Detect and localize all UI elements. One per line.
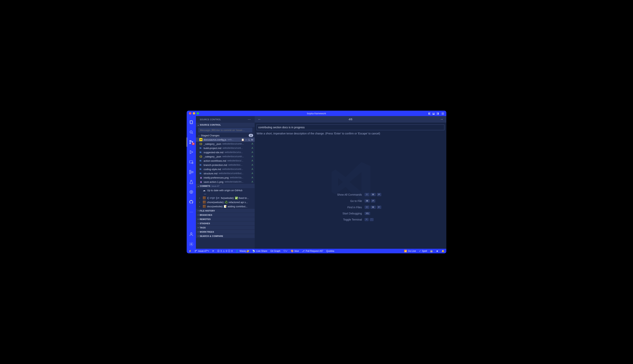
file-path: web... [228, 138, 234, 141]
key: ⇧ [364, 193, 369, 196]
section-file-history[interactable]: ›FILE HISTORY [196, 208, 255, 213]
shortcut-row: Start DebuggingF5 [320, 212, 381, 215]
source-control-section-header[interactable]: ⌄ SOURCE CONTROL [196, 123, 255, 127]
section-label: TAGS [200, 226, 206, 229]
svg-rect-8 [189, 170, 191, 172]
section-branches[interactable]: ›BRANCHES [196, 213, 255, 217]
settings-icon[interactable] [187, 240, 196, 249]
file-row[interactable]: M↓action-workflows.mdwebsite/docs/...A [196, 158, 255, 163]
commits-label: COMMITS [200, 185, 210, 187]
commit-row[interactable]: ›❰ origin ❱➤fix(website): ✅ fixed br... [196, 196, 255, 200]
file-row[interactable]: JSdocusaurus.config.jsweb...📋—1, M [196, 138, 255, 142]
section-remotes[interactable]: ›REMOTES [196, 217, 255, 221]
section-worktrees[interactable]: ›WORKTREES [196, 230, 255, 234]
svg-point-14 [191, 244, 192, 245]
test-icon[interactable] [187, 178, 196, 186]
key: ^ [364, 218, 368, 221]
branch-status[interactable]: issue-47*+ [194, 250, 209, 252]
file-row[interactable]: M↓structure.mdwebsite/docs/contribut...A [196, 171, 255, 176]
commit-row[interactable]: ›chore(website): ♻️ refactored api s... [196, 200, 255, 204]
avatar [203, 200, 206, 204]
spell-status[interactable]: ✓Spell [419, 250, 427, 252]
account-icon[interactable] [187, 230, 196, 239]
explorer-icon[interactable] [187, 118, 196, 127]
sidebar: SOURCE CONTROL ⋯ ⌄ SOURCE CONTROL ⌄ Stag… [196, 116, 255, 249]
gitlens-icon[interactable] [187, 187, 196, 196]
section-tags[interactable]: ›TAGS [196, 225, 255, 230]
window-title: boyka-framework [307, 112, 326, 115]
key-group: F5 [364, 212, 370, 215]
commits-section-header[interactable]: ⌄ COMMITS issue-47 [196, 184, 255, 188]
search-icon[interactable] [187, 128, 196, 137]
file-row[interactable]: M↓coding-style.mdwebsite/docs/contr...A [196, 167, 255, 171]
feedback-icon[interactable]: ☻ [436, 250, 439, 252]
copilot-icon[interactable]: 🤖 [430, 250, 433, 252]
remote-indicator[interactable]: ⚡ [188, 250, 191, 252]
nav-forward-button[interactable]: → [440, 117, 444, 122]
file-icon: M↓ [199, 164, 202, 166]
quokka-status[interactable]: Quokka [326, 250, 334, 252]
pr-status[interactable]: ⎇Pull Request #67 [302, 250, 323, 252]
clipboard-icon[interactable]: 📋 [241, 138, 244, 141]
security-status[interactable]: 🛡✓ [284, 250, 288, 252]
commit-input-area [255, 122, 446, 130]
remote-explorer-icon[interactable] [187, 158, 196, 167]
panel-bottom-icon[interactable]: ⬓ [432, 112, 435, 115]
chevron-right-icon: › [198, 222, 198, 224]
key: P [377, 193, 381, 196]
extensions-icon[interactable] [187, 168, 196, 177]
liveshare-status[interactable]: 📡Live Share [252, 250, 267, 252]
layout-icon[interactable]: ▥ [442, 112, 444, 115]
source-control-icon[interactable]: 15 [187, 138, 196, 147]
gitgraph-status[interactable]: Git Graph [270, 250, 280, 252]
commit-row[interactable]: ›docs(website): 📝 adding contribut... [196, 204, 255, 208]
file-row[interactable]: {}_category_.jsonwebsite/docs/contri...A [196, 142, 255, 146]
user-status[interactable]: 👤Wasiq 🔐 [236, 250, 249, 252]
golive-status[interactable]: 📶Go Live [404, 250, 416, 252]
file-path: website/docs/contri... [223, 155, 244, 158]
debug-icon[interactable] [187, 148, 196, 157]
sync-status-row[interactable]: ☁ Up to date with origin on GitHub [196, 188, 255, 192]
color-status[interactable]: 🎨blue [291, 250, 299, 252]
chevron-right-icon: › [199, 197, 202, 199]
maximize-button[interactable] [197, 112, 199, 114]
file-icon: ▨ [199, 180, 202, 183]
svg-rect-6 [189, 161, 193, 163]
more-icon[interactable]: ⋯ [187, 207, 196, 216]
commit-message-input[interactable] [198, 128, 252, 132]
shortcut-label: Toggle Terminal [320, 218, 362, 221]
shortcut-label: Start Debugging [320, 212, 362, 215]
panel-right-icon[interactable]: ◨ [436, 112, 439, 115]
section-label: BRANCHES [200, 214, 213, 216]
github-icon[interactable] [187, 197, 196, 206]
file-path: website/static/im... [225, 180, 243, 183]
file-row[interactable]: ▨save-action-1.pngwebsite/static/im...A [196, 180, 255, 184]
problems-status[interactable]: ⓧ3 ⚠0 ⓘ8 [217, 250, 233, 253]
file-row[interactable]: M↓branch-protection.mdwebsite/doc...A [196, 163, 255, 167]
file-row[interactable]: M↓suggested-ide.mdwebsite/docs/co...A [196, 150, 255, 154]
key-group: ⇧⌘P [364, 193, 381, 196]
file-row[interactable]: ▨intellij-preferences.pngwebsite/sta...A [196, 176, 255, 180]
file-row[interactable]: {}_category_.jsonwebsite/docs/contri...A [196, 154, 255, 158]
sync-button[interactable]: ⟳ [212, 250, 214, 252]
section-label: WORKTREES [200, 231, 214, 233]
minimize-button[interactable] [193, 112, 195, 114]
section-stashes[interactable]: ›STASHES [196, 221, 255, 225]
close-button[interactable] [189, 112, 191, 114]
panel-left-icon[interactable]: ◧ [428, 112, 431, 115]
file-row[interactable]: M↓build-project.mdwebsite/docs/cont...A [196, 146, 255, 150]
commit-description-input[interactable] [257, 124, 445, 130]
svg-point-16 [195, 252, 195, 252]
unstage-icon[interactable]: — [245, 138, 248, 141]
svg-point-15 [195, 250, 195, 250]
nav-back-button[interactable]: ← [257, 117, 262, 122]
sidebar-more-icon[interactable]: ⋯ [248, 118, 251, 121]
key: ⌘ [370, 206, 376, 209]
section-search-compare[interactable]: ›SEARCH & COMPARE [196, 234, 255, 238]
file-path: website/docs/cont... [223, 147, 243, 150]
staged-changes-header[interactable]: ⌄ Staged Changes 12 [196, 133, 255, 138]
commit-message-container [196, 127, 255, 133]
bell-icon[interactable]: 🔔 [442, 250, 445, 252]
file-icon: M↓ [199, 168, 202, 171]
key: ⇧ [364, 206, 369, 209]
